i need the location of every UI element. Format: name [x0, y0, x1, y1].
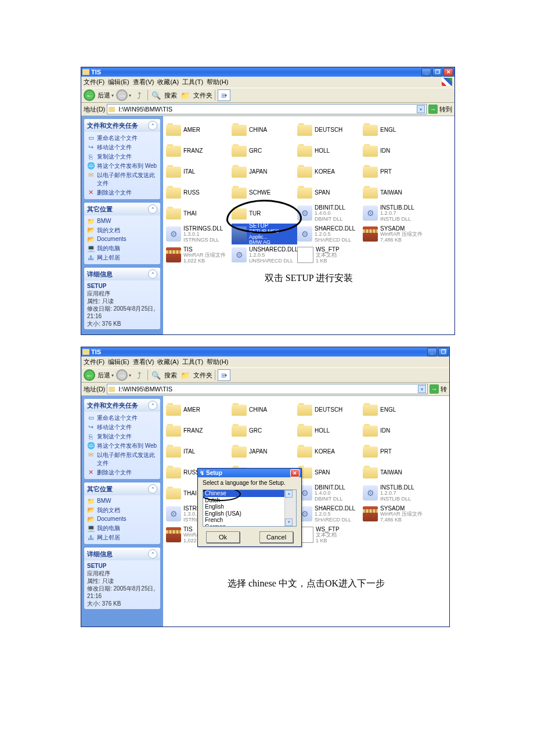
task-email[interactable]: ✉以电子邮件形式发送此文件 [87, 171, 157, 188]
lang-french[interactable]: French [203, 517, 296, 524]
menu-file[interactable]: 文件(F) [84, 78, 104, 87]
tasks-header[interactable]: 文件和文件夹任务⌃ [84, 399, 160, 412]
place-bmw[interactable]: 📁BMW [87, 217, 157, 226]
folders-icon[interactable]: 📁 [179, 89, 191, 101]
up-button[interactable]: ⤴ [134, 89, 145, 101]
address-dropdown[interactable]: ▾ [417, 105, 425, 113]
folder-item[interactable]: IDN [363, 140, 428, 161]
file-list[interactable]: AMERCHINADEUTSCHENGLFRANZGRCHOLLIDNITALJ… [163, 396, 449, 627]
details-header[interactable]: 详细信息⌃ [84, 548, 160, 560]
folder-item[interactable]: PRT [363, 161, 428, 182]
task-rename[interactable]: ▭重命名这个文件 [87, 134, 157, 143]
place-bmw[interactable]: 📁BMW [87, 497, 157, 506]
forward-button[interactable]: → [116, 89, 128, 101]
folder-item[interactable]: HOLL [297, 140, 363, 161]
task-copy[interactable]: ⎘复制这个文件 [87, 152, 157, 161]
task-publish[interactable]: 🌐将这个文件发布到 Web [87, 161, 157, 171]
back-dropdown[interactable]: ▾ [111, 373, 114, 378]
folder-item[interactable]: ENGL [363, 399, 428, 420]
folder-item[interactable]: DEUTSCH [297, 119, 363, 140]
task-delete[interactable]: ✕删除这个文件 [87, 188, 157, 197]
place-mycomp[interactable]: 💻我的电脑 [87, 244, 157, 253]
tasks-header[interactable]: 文件和文件夹任务⌃ [84, 119, 160, 132]
chevron-up-icon[interactable]: ⌃ [148, 121, 157, 130]
address-dropdown[interactable]: ▾ [418, 385, 426, 393]
ok-button[interactable]: Ok [206, 531, 240, 543]
lang-english[interactable]: English [203, 503, 296, 510]
folder-item[interactable]: DEUTSCH [297, 399, 363, 420]
search-icon[interactable]: 🔍 [150, 369, 162, 381]
language-listbox[interactable]: Chinese Dutch English English (USA) Fren… [203, 489, 297, 527]
menu-view[interactable]: 查看(V) [133, 358, 154, 366]
back-dropdown[interactable]: ▾ [111, 93, 114, 98]
chevron-up-icon[interactable]: ⌃ [148, 549, 157, 559]
go-button[interactable]: → [428, 105, 438, 114]
cancel-button[interactable]: Cancel [259, 531, 293, 543]
menu-help[interactable]: 帮助(H) [207, 78, 228, 87]
folder-item[interactable]: ENGL [363, 119, 428, 140]
task-publish[interactable]: 🌐将这个文件发布到 Web [87, 441, 157, 451]
back-button[interactable]: ← [84, 369, 95, 381]
folder-item[interactable]: GRC [232, 140, 297, 161]
search-label[interactable]: 搜索 [164, 371, 177, 380]
search-icon[interactable]: 🔍 [150, 89, 162, 101]
address-input[interactable]: I:\WIN95\BMW\TIS ▾ [107, 384, 428, 394]
places-header[interactable]: 其它位置⌃ [84, 203, 160, 215]
file-item[interactable]: DBINIT.DLL1.4.0.0DBINIT DLL [297, 203, 363, 224]
close-button[interactable]: ✕ [443, 68, 453, 77]
file-item[interactable]: SHARECD.DLL1.2.0.5SHARECD DLL [297, 224, 363, 244]
dialog-close-button[interactable]: ✕ [290, 469, 300, 477]
titlebar[interactable]: TIS _ ❐ [81, 347, 449, 357]
place-mydocs[interactable]: 📂我的文档 [87, 226, 157, 235]
folder-item[interactable]: HOLL [297, 420, 363, 441]
folders-label[interactable]: 文件夹 [193, 91, 212, 100]
task-move[interactable]: ↪移动这个文件 [87, 423, 157, 432]
file-item[interactable]: SHARECD.DLL1.2.0.5SHARECD DLL [297, 503, 363, 524]
folder-item[interactable]: SPAN [297, 182, 363, 203]
places-header[interactable]: 其它位置⌃ [84, 483, 160, 495]
file-item[interactable]: WS_FTP文本文档1 KB [297, 244, 363, 265]
task-move[interactable]: ↪移动这个文件 [87, 143, 157, 152]
scroll-up-icon[interactable]: ▴ [285, 490, 293, 498]
lang-english-usa[interactable]: English (USA) [203, 510, 296, 517]
folder-item[interactable]: ITAL [166, 161, 232, 182]
address-input[interactable]: I:\WIN95\BMW\TIS ▾ [107, 104, 427, 114]
minimize-button[interactable]: _ [427, 348, 437, 357]
menu-tools[interactable]: 工具(T) [182, 78, 203, 87]
chevron-up-icon[interactable]: ⌃ [148, 484, 157, 494]
file-item[interactable]: ISTRINGS.DLL1.3.0.1ISTRINGS DLL [166, 224, 232, 244]
titlebar[interactable]: TIS _ ❐ ✕ [81, 67, 454, 77]
up-button[interactable]: ⤴ [134, 369, 145, 381]
scroll-down-icon[interactable]: ▾ [285, 519, 293, 526]
search-label[interactable]: 搜索 [164, 91, 177, 100]
file-item[interactable]: UNSHARECD.DLL1.2.0.5UNSHARECD DLL [232, 244, 297, 265]
folder-item[interactable]: ITAL [166, 441, 232, 462]
folder-item[interactable]: TAIWAN [363, 182, 428, 203]
folder-item[interactable]: AMER [166, 119, 232, 140]
chevron-up-icon[interactable]: ⌃ [148, 269, 157, 279]
file-item[interactable]: TISWinRAR 压缩文件1,022 KB [166, 244, 232, 265]
restore-button[interactable]: ❐ [438, 348, 448, 357]
task-email[interactable]: ✉以电子邮件形式发送此文件 [87, 451, 157, 468]
folder-item[interactable]: CHINA [232, 399, 297, 420]
lang-german[interactable]: German [203, 524, 296, 527]
menu-fav[interactable]: 收藏(A) [157, 78, 179, 87]
details-header[interactable]: 详细信息⌃ [84, 268, 160, 280]
fwd-dropdown[interactable]: ▾ [129, 93, 131, 98]
folder-item[interactable]: GRC [232, 420, 297, 441]
folder-item[interactable]: JAPAN [232, 161, 297, 182]
folder-item[interactable]: JAPAN [232, 441, 297, 462]
minimize-button[interactable]: _ [421, 68, 431, 77]
go-button[interactable]: → [430, 384, 439, 394]
folder-item[interactable]: KOREA [297, 161, 363, 182]
file-item[interactable]: SYSADMWinRAR 压缩文件7,486 KB [363, 503, 428, 524]
file-item[interactable]: INSTLIB.DLL1.2.0.7INSTLIB DLL [363, 483, 428, 503]
listbox-scrollbar[interactable]: ▴ ▾ [284, 490, 296, 526]
file-item[interactable]: INSTLIB.DLL1.2.0.7INSTLIB DLL [363, 203, 428, 224]
place-mycomp[interactable]: 💻我的电脑 [87, 524, 157, 533]
task-delete[interactable]: ✕删除这个文件 [87, 468, 157, 477]
menu-fav[interactable]: 收藏(A) [157, 358, 179, 366]
view-menu[interactable]: ⊞▾ [218, 89, 230, 101]
folder-item[interactable]: AMER [166, 399, 232, 420]
folder-item[interactable]: CHINA [232, 119, 297, 140]
